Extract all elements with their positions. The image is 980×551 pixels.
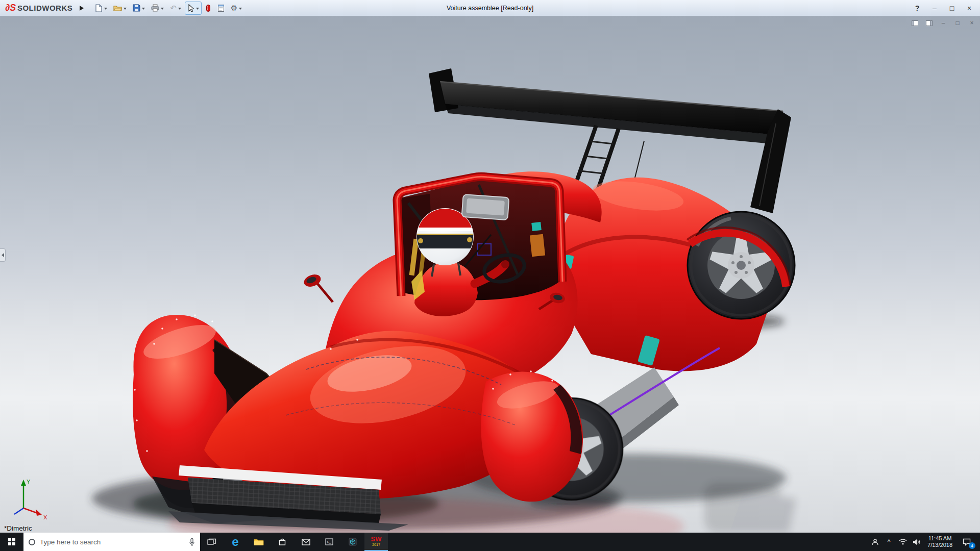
mail-icon [302, 539, 310, 545]
axis-y-label: Y [27, 479, 31, 485]
windows-taskbar: e >_ SW 2017 ^ [0, 533, 980, 551]
command-prompt-button[interactable]: >_ [317, 533, 341, 551]
axis-x-label: X [43, 514, 47, 520]
store-icon [278, 538, 286, 546]
document-minimize-button[interactable]: – [939, 19, 947, 27]
svg-text:>_: >_ [327, 540, 331, 544]
cad-viewer-icon [349, 538, 357, 546]
gear-icon: ⚙ [231, 4, 237, 12]
3d-viewport[interactable]: – □ × Y X *Dimetric [0, 16, 980, 533]
collapse-arrow-icon [0, 253, 4, 257]
task-view-button[interactable] [200, 533, 224, 551]
left-pane-toggle-button[interactable] [911, 19, 919, 27]
document-properties-button[interactable] [215, 2, 227, 15]
volume-button[interactable] [910, 533, 923, 551]
minimize-button[interactable]: – [926, 1, 943, 16]
close-button[interactable]: × [961, 1, 978, 16]
microphone-icon[interactable] [189, 538, 195, 546]
right-front-fender [481, 371, 583, 502]
document-properties-icon [217, 4, 225, 12]
dropdown-caret-icon [239, 8, 242, 11]
save-button[interactable] [130, 2, 148, 15]
open-folder-icon [113, 5, 122, 12]
save-icon [133, 4, 140, 12]
document-close-button[interactable]: × [968, 19, 976, 27]
left-mirror [302, 272, 333, 302]
task-view-icon [207, 538, 216, 545]
people-icon [871, 538, 879, 546]
dropdown-caret-icon [142, 8, 145, 11]
new-document-button[interactable] [92, 2, 110, 15]
view-orientation-label: *Dimetric [4, 524, 32, 532]
taskbar-search-box[interactable] [23, 533, 200, 551]
dropdown-caret-icon [196, 8, 199, 11]
windows-logo-icon [8, 538, 16, 546]
select-tool-button[interactable] [185, 2, 202, 15]
file-explorer-icon [254, 538, 264, 546]
options-button[interactable]: ⚙ [228, 2, 244, 15]
store-button[interactable] [271, 533, 294, 551]
system-tray: ^ 11:45 AM 7/13/2018 4 [868, 533, 980, 551]
people-button[interactable] [868, 533, 882, 551]
search-icon [29, 539, 35, 545]
dropdown-caret-icon [161, 8, 164, 11]
edge-icon: e [232, 535, 238, 549]
undo-icon: ↶ [170, 4, 177, 12]
notification-badge: 4 [969, 542, 975, 549]
solidworks-app-button[interactable]: SW 2017 [364, 533, 388, 551]
network-button[interactable] [896, 533, 910, 551]
standard-toolbar: ↶ ⚙ [92, 2, 244, 15]
search-input[interactable] [40, 538, 184, 546]
hidden-icons-button[interactable]: ^ [882, 533, 896, 551]
document-restore-button[interactable]: □ [953, 19, 962, 27]
app-titlebar: ∂S SOLIDWORKS ↶ [0, 0, 980, 16]
print-icon [151, 4, 159, 12]
featuremanager-collapsed-tab[interactable] [0, 248, 6, 262]
mail-button[interactable] [294, 533, 317, 551]
dropdown-caret-icon [124, 8, 127, 11]
solidworks-app-icon: SW 2017 [371, 536, 382, 547]
clock-date: 7/13/2018 [927, 542, 952, 548]
file-explorer-button[interactable] [247, 533, 271, 551]
wifi-icon [899, 539, 907, 545]
orientation-triad: Y X [6, 475, 53, 522]
clock-time: 11:45 AM [927, 535, 952, 542]
solidworks-logo: ∂S SOLIDWORKS [2, 3, 77, 13]
print-button[interactable] [149, 2, 166, 15]
window-controls: ? – □ × [909, 1, 978, 16]
action-center-button[interactable]: 4 [957, 533, 977, 551]
desktop-screen: ∂S SOLIDWORKS ↶ [0, 0, 980, 551]
command-prompt-icon: >_ [325, 538, 333, 545]
document-window-controls: – □ × [911, 19, 976, 27]
undo-button[interactable]: ↶ [167, 2, 184, 15]
maximize-button[interactable]: □ [943, 1, 961, 16]
solidworks-logo-icon: ∂S [5, 3, 16, 13]
start-button[interactable] [0, 533, 23, 551]
edge-button[interactable]: e [224, 533, 247, 551]
appearance-button[interactable] [203, 2, 214, 15]
taskbar-clock[interactable]: 11:45 AM 7/13/2018 [923, 535, 957, 548]
speaker-icon [913, 539, 921, 545]
toolbar-flyout-icon[interactable] [80, 6, 86, 11]
help-button[interactable]: ? [909, 1, 926, 16]
dropdown-caret-icon [104, 8, 107, 11]
dropdown-caret-icon [178, 8, 181, 11]
new-document-icon [95, 4, 103, 12]
solidworks-brand-name: SOLIDWORKS [17, 4, 72, 12]
right-pane-toggle-button[interactable] [925, 19, 933, 27]
open-button[interactable] [111, 2, 129, 15]
car-render [0, 16, 980, 533]
cad-viewer-button[interactable] [341, 533, 364, 551]
appearance-icon [205, 4, 211, 12]
mirror-housing [462, 194, 509, 220]
select-cursor-icon [187, 4, 194, 12]
